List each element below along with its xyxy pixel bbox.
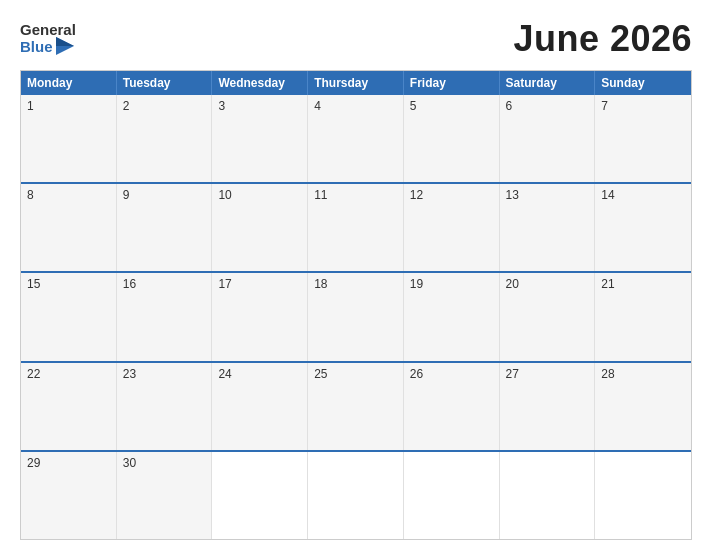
week-row-4: 22 23 24 25 26 27 28: [21, 361, 691, 450]
day-8: 8: [21, 184, 117, 271]
day-9: 9: [117, 184, 213, 271]
week-row-5: 29 30: [21, 450, 691, 539]
svg-marker-1: [56, 37, 74, 46]
day-25: 25: [308, 363, 404, 450]
day-23: 23: [117, 363, 213, 450]
day-11: 11: [308, 184, 404, 271]
header-sunday: Sunday: [595, 71, 691, 95]
day-empty-1: [212, 452, 308, 539]
day-21: 21: [595, 273, 691, 360]
week-row-3: 15 16 17 18 19 20 21: [21, 271, 691, 360]
day-2: 2: [117, 95, 213, 182]
calendar-grid: Monday Tuesday Wednesday Thursday Friday…: [20, 70, 692, 540]
week-row-1: 1 2 3 4 5 6 7: [21, 95, 691, 182]
day-24: 24: [212, 363, 308, 450]
day-1: 1: [21, 95, 117, 182]
calendar-headers: Monday Tuesday Wednesday Thursday Friday…: [21, 71, 691, 95]
week-row-2: 8 9 10 11 12 13 14: [21, 182, 691, 271]
day-26: 26: [404, 363, 500, 450]
day-empty-3: [404, 452, 500, 539]
day-empty-2: [308, 452, 404, 539]
day-20: 20: [500, 273, 596, 360]
day-6: 6: [500, 95, 596, 182]
day-15: 15: [21, 273, 117, 360]
day-7: 7: [595, 95, 691, 182]
day-10: 10: [212, 184, 308, 271]
day-22: 22: [21, 363, 117, 450]
day-28: 28: [595, 363, 691, 450]
header-tuesday: Tuesday: [117, 71, 213, 95]
day-29: 29: [21, 452, 117, 539]
header-monday: Monday: [21, 71, 117, 95]
day-12: 12: [404, 184, 500, 271]
logo-blue-text: Blue: [20, 39, 53, 54]
calendar-page: General Blue June 2026 Monday Tuesday We…: [0, 0, 712, 550]
day-empty-4: [500, 452, 596, 539]
page-header: General Blue June 2026: [20, 18, 692, 60]
day-27: 27: [500, 363, 596, 450]
logo-flag-icon: [56, 37, 74, 55]
day-14: 14: [595, 184, 691, 271]
day-19: 19: [404, 273, 500, 360]
day-17: 17: [212, 273, 308, 360]
day-13: 13: [500, 184, 596, 271]
day-30: 30: [117, 452, 213, 539]
header-wednesday: Wednesday: [212, 71, 308, 95]
day-18: 18: [308, 273, 404, 360]
day-3: 3: [212, 95, 308, 182]
logo: General Blue: [20, 22, 76, 57]
page-title: June 2026: [513, 18, 692, 60]
logo-general-text: General: [20, 22, 76, 37]
header-thursday: Thursday: [308, 71, 404, 95]
day-16: 16: [117, 273, 213, 360]
header-friday: Friday: [404, 71, 500, 95]
day-4: 4: [308, 95, 404, 182]
day-empty-5: [595, 452, 691, 539]
day-5: 5: [404, 95, 500, 182]
calendar-weeks: 1 2 3 4 5 6 7 8 9 10 11 12 13 14 15 16: [21, 95, 691, 539]
header-saturday: Saturday: [500, 71, 596, 95]
